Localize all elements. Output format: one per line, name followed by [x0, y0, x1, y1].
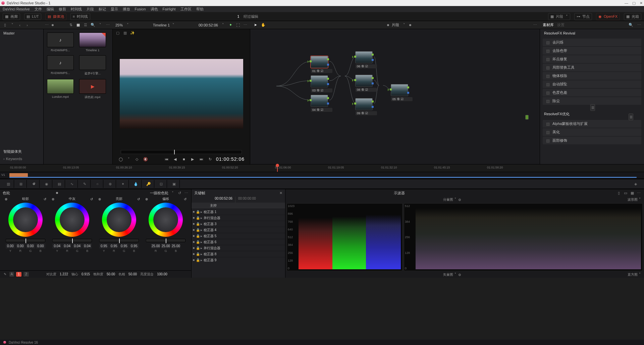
- more-icon[interactable]: ⋯: [105, 23, 110, 27]
- zoom-level[interactable]: 25%: [115, 23, 123, 27]
- menu-item[interactable]: 调色: [151, 7, 158, 12]
- nodes-toggle[interactable]: ⊶节点: [574, 13, 592, 20]
- nodes-mode[interactable]: 片段: [392, 22, 399, 27]
- tracker-icon[interactable]: ⊕: [105, 180, 116, 188]
- color-node[interactable]: 06⦿☑: [355, 51, 373, 63]
- chevron-down-icon[interactable]: ˅: [170, 191, 175, 195]
- chevron-down-icon[interactable]: ˅: [171, 23, 176, 27]
- menu-item[interactable]: 播放: [123, 7, 130, 12]
- fx-item[interactable]: ▤美化: [543, 128, 641, 136]
- split-icon[interactable]: ▥: [123, 30, 127, 35]
- fx-item[interactable]: ▤面部修饰: [543, 137, 641, 144]
- page-2[interactable]: 2: [23, 272, 29, 277]
- color-node[interactable]: 09⦿☑: [355, 98, 373, 110]
- maximize-icon[interactable]: ▢: [632, 1, 636, 5]
- sizing-icon[interactable]: ⊡: [156, 180, 167, 188]
- chevron-down-icon[interactable]: ˅: [127, 157, 131, 161]
- timeline-track[interactable]: V1: [0, 172, 644, 179]
- menu-item[interactable]: 帮助: [196, 7, 204, 12]
- thumb-icon[interactable]: ▦: [76, 23, 80, 27]
- viewer-frame[interactable]: [120, 59, 243, 129]
- curves-icon[interactable]: ∿: [66, 180, 78, 188]
- color-node[interactable]: 03⦿☑: [311, 75, 328, 87]
- color-wheel[interactable]: ⊕中灰↺0.040.040.040.04YRGB: [49, 197, 96, 270]
- media-clip[interactable]: Timeline 1: [79, 32, 106, 52]
- fx-tab-library[interactable]: 素材库: [543, 22, 554, 27]
- blur-icon[interactable]: 💧: [130, 180, 142, 188]
- media-clip[interactable]: ♪RADWIMPS...: [47, 55, 74, 76]
- expand-icon[interactable]: ⛶: [235, 23, 240, 27]
- more-icon[interactable]: ⋯: [637, 23, 641, 27]
- lut-toggle[interactable]: ▤LUT: [24, 13, 41, 20]
- hand-icon[interactable]: ✋: [261, 23, 266, 27]
- fx-item[interactable]: ▤去闪烁: [543, 39, 641, 46]
- close-icon[interactable]: ✕: [279, 191, 282, 195]
- chevron-down-icon[interactable]: ˅: [221, 23, 225, 27]
- more-icon[interactable]: ⋯: [533, 23, 537, 27]
- prev-frame-icon[interactable]: ◀: [173, 156, 178, 162]
- media-clip[interactable]: ♪RADWIMPS...: [47, 32, 74, 52]
- media-clip[interactable]: 盗梦4引擎...: [79, 55, 106, 76]
- menu-item[interactable]: 时间线: [71, 7, 82, 12]
- kf-master[interactable]: 主控: [192, 203, 235, 208]
- settings-icon[interactable]: ⚙: [458, 272, 462, 277]
- window-icon[interactable]: ○: [92, 180, 103, 188]
- list-icon[interactable]: ☰: [83, 23, 88, 27]
- viewer-scrubber[interactable]: [121, 150, 242, 154]
- timeline-ruler[interactable]: 01:00:00:0001:00:13:0501:00:26:1001:00:3…: [0, 164, 644, 172]
- settings-icon[interactable]: ⚙: [458, 197, 462, 202]
- color-node[interactable]: 05⦿☑: [391, 84, 408, 96]
- camera-raw-icon[interactable]: ▥: [3, 180, 14, 188]
- fx-item[interactable]: ▤除尘: [543, 97, 641, 105]
- fx-item[interactable]: ▤去除色带: [543, 47, 641, 55]
- sat-value[interactable]: 50.00: [105, 272, 116, 276]
- kf-row[interactable]: 🔒▸校正器 9: [192, 257, 285, 263]
- color-icon[interactable]: ✦: [228, 23, 233, 27]
- pivot-value[interactable]: 0.915: [80, 272, 91, 276]
- kf-row[interactable]: 🔒▸校正器 1: [192, 209, 285, 215]
- chevron-down-icon[interactable]: ˅: [402, 23, 407, 27]
- menu-item[interactable]: 显示: [111, 7, 118, 12]
- search-icon[interactable]: 🔍: [91, 23, 95, 27]
- first-frame-icon[interactable]: ⏮: [164, 156, 169, 162]
- more-icon[interactable]: ⋯: [44, 23, 49, 27]
- close-icon[interactable]: ✕: [640, 1, 643, 5]
- fx-item[interactable]: ▤Alpha蒙板收缩与扩展: [543, 120, 641, 128]
- kf-row[interactable]: 🔒▸校正器 4: [192, 227, 285, 233]
- color-node[interactable]: 01⦿☑: [311, 56, 328, 68]
- clips-toggle[interactable]: ▦片段˅: [548, 13, 570, 20]
- panel-icon[interactable]: ▯: [3, 23, 7, 27]
- more-icon[interactable]: ⋯: [637, 191, 641, 195]
- parallel-mixer[interactable]: ☰: [590, 104, 595, 111]
- stop-icon[interactable]: ■: [181, 156, 186, 162]
- 3d-icon[interactable]: ▣: [168, 180, 180, 188]
- lightbox-toggle[interactable]: ▦光箱: [624, 13, 641, 20]
- layout1-icon[interactable]: ▯: [616, 191, 621, 195]
- master-bin[interactable]: Master: [3, 31, 40, 35]
- overlay-icon[interactable]: ▢: [115, 30, 120, 35]
- qualifier-icon[interactable]: ✎: [79, 180, 91, 188]
- layout4-icon[interactable]: ▦: [630, 191, 635, 195]
- color-wheel[interactable]: ⊕偏移↺25.0025.0025.00RGB: [143, 197, 190, 270]
- minimize-icon[interactable]: —: [625, 1, 628, 5]
- chevron-right-icon[interactable]: ›: [25, 23, 30, 27]
- more-icon[interactable]: ⋯: [243, 23, 248, 27]
- chevron-left-icon[interactable]: ‹: [17, 23, 22, 27]
- viewer-timecode[interactable]: 00:00:52:06: [199, 23, 218, 27]
- media-clip[interactable]: ▶调色前.mp4: [79, 79, 106, 99]
- play-icon[interactable]: ▶: [190, 156, 195, 162]
- fx-item[interactable]: ▤自动除尘: [543, 80, 641, 88]
- scope-select[interactable]: 矢量图: [443, 272, 453, 277]
- fx-item[interactable]: ▤坏点修复: [543, 55, 641, 63]
- gallery-toggle[interactable]: ▦画廊: [3, 13, 20, 20]
- pointer-icon[interactable]: ➤: [253, 23, 258, 27]
- parallel-mixer[interactable]: ☰: [629, 114, 633, 120]
- search-icon[interactable]: 🔍: [629, 23, 633, 27]
- fx-item[interactable]: ▤色度色差: [543, 89, 641, 96]
- mute-icon[interactable]: 🔇: [143, 156, 148, 162]
- menu-item[interactable]: 编辑: [47, 7, 54, 12]
- scope-select[interactable]: 分量图: [443, 197, 453, 202]
- color-wheel[interactable]: ⊕暗部↺0.000.000.000.00YRGB: [2, 197, 49, 270]
- contrast-value[interactable]: 1.222: [58, 272, 69, 276]
- more-icon[interactable]: ⋯: [184, 191, 189, 195]
